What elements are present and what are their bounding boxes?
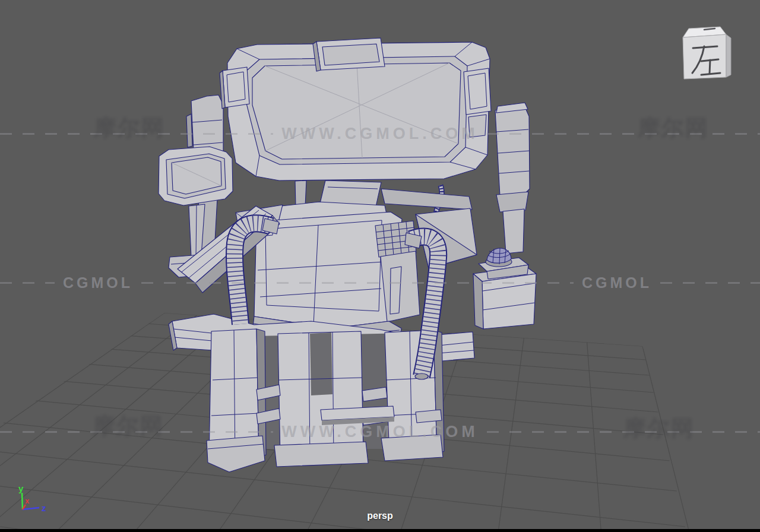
right-rear-strut[interactable] — [495, 103, 530, 254]
camera-name-label: persp — [0, 511, 760, 521]
bottom-black-bar — [0, 529, 760, 532]
z-axis-line — [23, 508, 39, 509]
leg-assembly[interactable] — [207, 329, 444, 472]
view-cube[interactable] — [677, 23, 742, 88]
y-axis-label: y — [18, 483, 24, 493]
right-armrest[interactable] — [473, 248, 536, 329]
control-knob[interactable] — [486, 248, 512, 267]
scene-canvas[interactable] — [0, 0, 760, 532]
y-axis-line — [22, 493, 23, 509]
screen-right-bracket — [464, 68, 491, 115]
viewport-persp[interactable]: WWW.CGMOL.COM CGMOL CGMOL WWW.CGMOL.COM … — [0, 0, 760, 532]
view-cube-right-face[interactable] — [726, 34, 731, 77]
x-axis-label: x — [25, 496, 30, 505]
main-screen-panel[interactable] — [220, 38, 491, 180]
console-chair-model[interactable] — [159, 38, 536, 472]
